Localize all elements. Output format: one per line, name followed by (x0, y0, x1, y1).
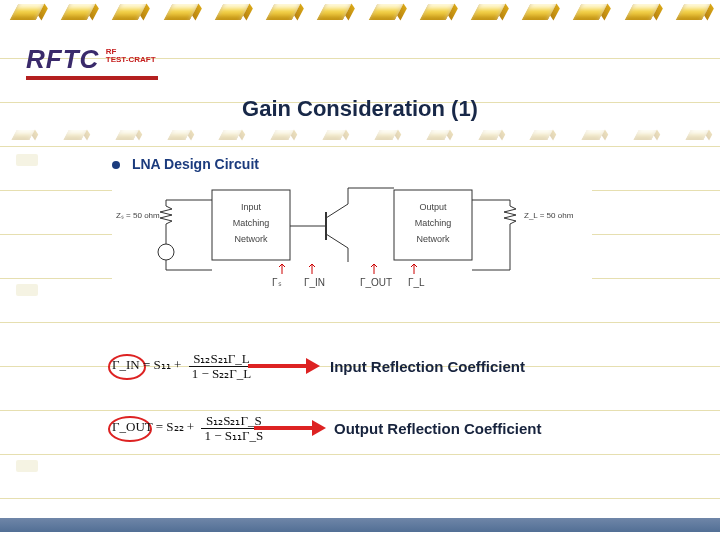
logo: RFTC RFTEST-CRAFT (26, 44, 156, 75)
logo-tagline: RFTEST-CRAFT (106, 48, 156, 65)
label-output-reflection: Output Reflection Coefficient (334, 420, 542, 437)
equation-gamma-in: Γ_IN = S₁₁ + S₁₂S₂₁Γ_L 1 − S₂₂Γ_L (112, 352, 254, 380)
section-heading-text: LNA Design Circuit (132, 156, 259, 172)
eq-in-num: S₁₂S₂₁Γ_L (189, 352, 255, 367)
svg-marker-32 (306, 358, 320, 374)
svg-text:Matching: Matching (415, 218, 452, 228)
svg-text:Γₛ: Γₛ (272, 277, 282, 288)
svg-text:Γ_OUT: Γ_OUT (360, 277, 392, 288)
equation-gamma-out: Γ_OUT = S₂₂ + S₁₂S₂₁Γ_S 1 − S₁₁Γ_S (112, 414, 266, 442)
arrow-icon (248, 358, 320, 374)
eq-in-lead: = S₁₁ + (143, 357, 185, 372)
svg-text:Z_L = 50 ohm: Z_L = 50 ohm (524, 211, 574, 220)
bullet-icon (112, 161, 120, 169)
eq-in-lhs: Γ_IN (112, 357, 140, 372)
eq-out-lead: = S₂₂ + (156, 419, 198, 434)
section-heading: LNA Design Circuit (112, 156, 259, 172)
decor-goldbars-top (0, 4, 720, 20)
slide-bullet (16, 284, 38, 296)
svg-text:Γ_L: Γ_L (408, 277, 425, 288)
page-title: Gain Consideration (1) (0, 96, 720, 122)
slide-bullet (16, 154, 38, 166)
svg-point-2 (158, 244, 174, 260)
slide-bullet (16, 460, 38, 472)
svg-line-14 (326, 204, 348, 218)
svg-text:Matching: Matching (233, 218, 270, 228)
svg-text:Output: Output (419, 202, 447, 212)
logo-underline (26, 76, 158, 80)
circuit-figure: Zₛ = 50 ohm Input Matching Network Outpu… (112, 182, 592, 296)
svg-marker-34 (312, 420, 326, 436)
svg-text:Input: Input (241, 202, 262, 212)
logo-text: RFTC (26, 44, 99, 75)
eq-in-den: 1 − S₂₂Γ_L (189, 367, 255, 381)
svg-text:Network: Network (416, 234, 450, 244)
footer-bar (0, 518, 720, 532)
arrow-icon (254, 420, 326, 436)
eq-out-lhs: Γ_OUT (112, 419, 153, 434)
zs-label: Zₛ = 50 ohm (116, 211, 160, 220)
svg-text:Network: Network (234, 234, 268, 244)
label-input-reflection: Input Reflection Coefficient (330, 358, 525, 375)
svg-text:Γ_IN: Γ_IN (304, 277, 325, 288)
decor-goldbars-mid (0, 130, 720, 140)
svg-line-15 (326, 234, 348, 248)
